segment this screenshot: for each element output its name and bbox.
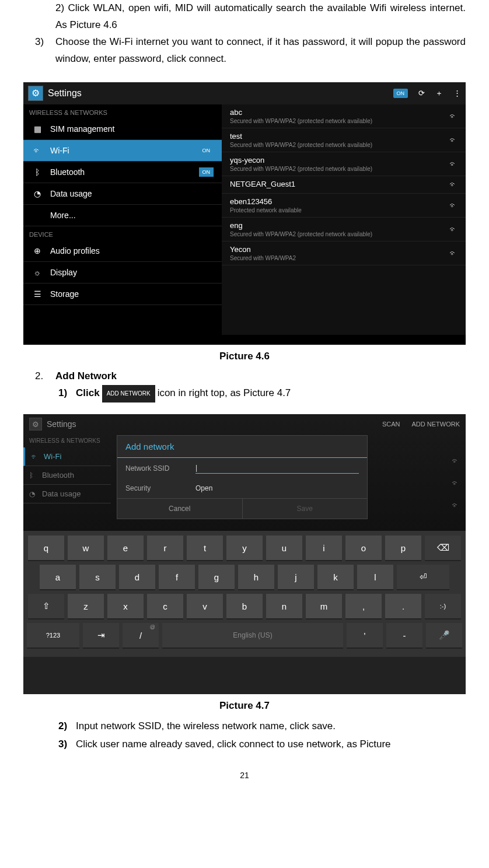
- network-eben[interactable]: eben123456Protected network availableᯤ: [222, 194, 466, 218]
- key-enter[interactable]: ⏎: [397, 565, 449, 590]
- key-b[interactable]: b: [226, 594, 263, 620]
- key-apostrophe[interactable]: ': [347, 623, 383, 649]
- add-network-inline-icon: ADD NETWORK: [102, 385, 155, 402]
- add-icon[interactable]: ＋: [435, 88, 443, 99]
- key-symbols[interactable]: ?123: [27, 623, 79, 649]
- key-l[interactable]: l: [357, 565, 393, 590]
- sidebar-wifi-2[interactable]: ᯤWi-Fi: [23, 447, 111, 466]
- key-t[interactable]: t: [187, 536, 223, 561]
- key-y[interactable]: y: [226, 536, 263, 561]
- caption-4-7: Picture 4.7: [23, 700, 466, 712]
- sidebar-audio[interactable]: ⊕Audio profiles: [23, 240, 222, 262]
- data-icon: ◔: [29, 490, 39, 498]
- menu-icon[interactable]: ⋮: [453, 89, 461, 97]
- key-m[interactable]: m: [306, 594, 342, 620]
- key-i[interactable]: i: [306, 536, 342, 561]
- key-v[interactable]: v: [187, 594, 223, 620]
- on-screen-keyboard: q w e r t y u i o p ⌫ a s d f g h j k l …: [23, 531, 466, 657]
- sidebar-section-device: DEVICE: [23, 226, 222, 240]
- cancel-button[interactable]: Cancel: [117, 498, 242, 519]
- wifi-network-list: abcSecured with WPA/WPA2 (protected netw…: [222, 104, 466, 335]
- key-w[interactable]: w: [68, 536, 104, 561]
- key-slash[interactable]: /: [123, 623, 159, 649]
- key-a[interactable]: a: [40, 565, 76, 590]
- key-r[interactable]: r: [147, 536, 183, 561]
- settings-icon[interactable]: ⚙: [29, 418, 42, 430]
- substep-2-text: Input network SSID, the wireless network…: [76, 718, 336, 736]
- data-icon: ◔: [32, 189, 43, 198]
- network-netgear[interactable]: NETGEAR_Guest1ᯤ: [222, 176, 466, 194]
- sidebar-data[interactable]: ◔Data usage: [23, 183, 222, 205]
- add-network-button[interactable]: ADD NETWORK: [412, 421, 460, 428]
- key-space[interactable]: English (US): [162, 623, 343, 649]
- sidebar-display[interactable]: ☼Display: [23, 262, 222, 284]
- refresh-icon[interactable]: ⟳: [418, 89, 425, 97]
- key-e[interactable]: e: [107, 536, 144, 561]
- key-f[interactable]: f: [159, 565, 195, 590]
- network-yqs[interactable]: yqs-yeconSecured with WPA/WPA2 (protecte…: [222, 152, 466, 176]
- settings-icon[interactable]: ⚙: [28, 86, 43, 101]
- step-3: 3) Choose the Wi-Fi internet you want to…: [35, 34, 466, 68]
- signal-icon: ᯤ: [449, 111, 457, 121]
- key-p[interactable]: p: [385, 536, 421, 561]
- network-test[interactable]: testSecured with WPA/WPA2 (protected net…: [222, 128, 466, 152]
- sidebar-sim[interactable]: ▦SIM management: [23, 118, 222, 140]
- storage-icon: ☰: [32, 289, 43, 299]
- security-select[interactable]: Open: [195, 483, 359, 494]
- network-eng[interactable]: engSecured with WPA/WPA2 (protected netw…: [222, 218, 466, 242]
- screenshot-add-network: ⚙ Settings SCAN ADD NETWORK WIRELESS & N…: [23, 414, 466, 694]
- save-button[interactable]: Save: [242, 498, 368, 519]
- scan-button[interactable]: SCAN: [382, 421, 400, 428]
- ssid-label: Network SSID: [125, 464, 195, 473]
- key-c[interactable]: c: [147, 594, 183, 620]
- network-yecon[interactable]: YeconSecured with WPA/WPA2ᯤ: [222, 242, 466, 265]
- key-g[interactable]: g: [198, 565, 235, 590]
- add-network-dialog: Add network Network SSID| SecurityOpen C…: [117, 435, 368, 519]
- step-3-text: Choose the Wi-Fi internet you want to co…: [55, 34, 466, 68]
- key-k[interactable]: k: [317, 565, 354, 590]
- key-h[interactable]: h: [238, 565, 274, 590]
- sidebar-data-2[interactable]: ◔Data usage: [23, 485, 111, 503]
- wifi-toggle[interactable]: ON: [199, 146, 214, 155]
- section-2-num: 2.: [35, 368, 55, 385]
- key-backspace[interactable]: ⌫: [425, 536, 461, 561]
- key-z[interactable]: z: [68, 594, 104, 620]
- page-number: 21: [23, 771, 466, 780]
- key-dash[interactable]: -: [386, 623, 422, 649]
- sidebar-more[interactable]: More...: [23, 205, 222, 226]
- audio-icon: ⊕: [32, 246, 43, 256]
- ssid-input[interactable]: |: [195, 463, 359, 474]
- key-j[interactable]: j: [278, 565, 314, 590]
- key-u[interactable]: u: [266, 536, 302, 561]
- key-s[interactable]: s: [79, 565, 116, 590]
- substep-1-rest: icon in right top, as Picture 4.7: [158, 384, 291, 402]
- key-n[interactable]: n: [266, 594, 302, 620]
- signal-icon: ᯤ: [449, 180, 457, 189]
- key-emoji[interactable]: :-): [425, 594, 461, 620]
- substep-3-text: Click user name already saved, click con…: [76, 736, 391, 754]
- key-x[interactable]: x: [107, 594, 144, 620]
- substep-3: 3) Click user name already saved, click …: [58, 736, 466, 754]
- key-o[interactable]: o: [345, 536, 382, 561]
- key-q[interactable]: q: [28, 536, 64, 561]
- key-d[interactable]: d: [119, 565, 155, 590]
- bt-toggle[interactable]: ON: [199, 167, 214, 177]
- key-mic[interactable]: 🎤: [426, 623, 462, 649]
- sidebar-bluetooth[interactable]: ᛒBluetoothON: [23, 162, 222, 183]
- display-icon: ☼: [32, 268, 43, 277]
- master-toggle[interactable]: ON: [393, 89, 408, 98]
- substep-1-click: Click: [76, 384, 100, 402]
- signal-icon: ᯤ: [452, 501, 460, 510]
- key-shift[interactable]: ⇧: [28, 594, 64, 620]
- sidebar-storage[interactable]: ☰Storage: [23, 284, 222, 305]
- substep-1: 1) Click ADD NETWORK icon in right top, …: [58, 384, 466, 402]
- network-abc[interactable]: abcSecured with WPA/WPA2 (protected netw…: [222, 104, 466, 128]
- intro-text: 2) Click WLAN, open wifi, MID will autom…: [55, 0, 466, 34]
- key-comma[interactable]: ,: [345, 594, 382, 620]
- settings-title-2: Settings: [47, 419, 382, 429]
- key-period[interactable]: .: [385, 594, 421, 620]
- dialog-title: Add network: [117, 436, 367, 458]
- sidebar-wifi[interactable]: ᯤWi-FiON: [23, 140, 222, 162]
- sidebar-bluetooth-2[interactable]: ᛒBluetooth: [23, 466, 111, 485]
- key-tab[interactable]: ⇥: [83, 623, 119, 649]
